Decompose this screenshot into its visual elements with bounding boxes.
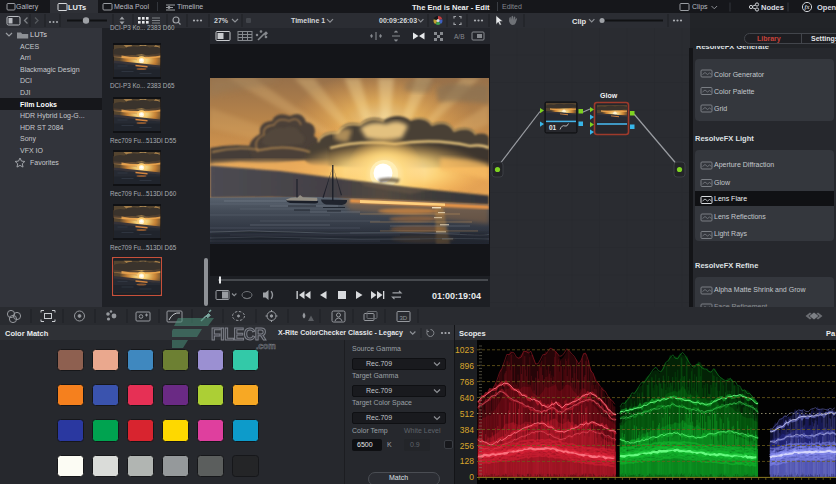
svg-text:0: 0 xyxy=(469,472,474,482)
svg-text:1023: 1023 xyxy=(455,345,474,355)
svg-text:3D: 3D xyxy=(400,315,408,321)
svg-text:128: 128 xyxy=(460,456,474,466)
svg-text:01:00:19:04: 01:00:19:04 xyxy=(432,291,481,301)
svg-text:A/B: A/B xyxy=(454,33,464,40)
svg-text:fx: fx xyxy=(805,4,810,10)
svg-text:Glow: Glow xyxy=(600,92,618,99)
svg-text:256: 256 xyxy=(460,441,474,451)
svg-text:896: 896 xyxy=(460,361,474,371)
svg-text:384: 384 xyxy=(460,425,474,435)
svg-text:01: 01 xyxy=(549,124,557,131)
svg-text:640: 640 xyxy=(460,393,474,403)
svg-text:512: 512 xyxy=(460,409,474,419)
svg-text:768: 768 xyxy=(460,377,474,387)
